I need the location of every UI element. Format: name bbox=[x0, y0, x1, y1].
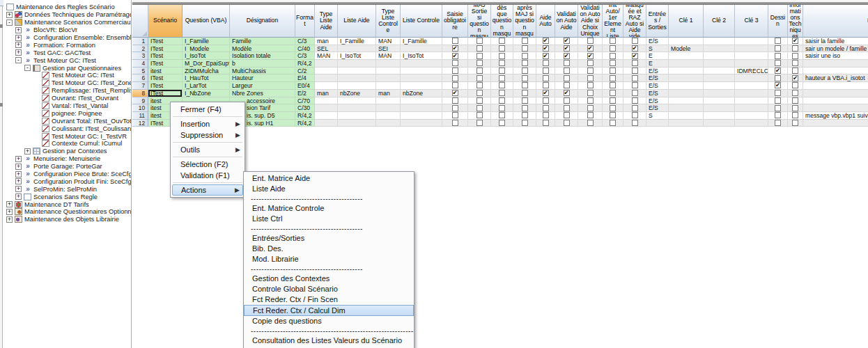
cell-init-auto-1er-element-liste[interactable] bbox=[603, 74, 623, 82]
cell-entrees-sorties[interactable]: S bbox=[646, 112, 669, 120]
cell-format[interactable]: C/30 bbox=[295, 104, 315, 112]
checkbox-dessin[interactable] bbox=[775, 68, 781, 74]
cell-liste-controle[interactable]: I_IsoTot bbox=[401, 52, 442, 60]
tree-item[interactable]: +Gestion par Contextes bbox=[3, 148, 131, 155]
cell-question-vba[interactable]: I_NbZone bbox=[183, 90, 230, 97]
checkbox-validation-auto-aide[interactable] bbox=[564, 105, 570, 111]
cell-format[interactable]: C/3 bbox=[295, 52, 315, 60]
cell-saisie-obligatoire[interactable] bbox=[442, 104, 468, 112]
row-number-cell[interactable]: 4 bbox=[132, 60, 148, 68]
cell-validation-auto-aide-si-choix-unique[interactable] bbox=[578, 68, 603, 75]
cell-cle-2[interactable] bbox=[704, 120, 735, 127]
menu-item[interactable]: Ent. Matrice Aide bbox=[245, 173, 412, 184]
checkbox-init-auto-1er-element-liste[interactable] bbox=[610, 120, 616, 126]
checkbox-ctr-maj-sortie-si-question-masquee[interactable] bbox=[476, 45, 483, 52]
cell-type-liste-aide[interactable] bbox=[315, 68, 338, 75]
cell-type-liste-controle[interactable] bbox=[376, 104, 401, 112]
cell-cle-3[interactable] bbox=[735, 90, 768, 97]
cell-cle-1[interactable] bbox=[669, 68, 704, 75]
cell-ctr-maj-sortie-si-question-masquee[interactable] bbox=[468, 104, 491, 112]
menu-item[interactable]: Fermer (F4) bbox=[172, 104, 243, 115]
cell-cle-3[interactable] bbox=[735, 120, 768, 127]
cell-designation[interactable]: Modèle bbox=[230, 45, 295, 53]
cell-type-liste-controle[interactable] bbox=[376, 120, 401, 127]
cell-masquee-et-raz-auto-si-aide-vide[interactable] bbox=[623, 60, 646, 68]
cell-cle-3[interactable] bbox=[735, 112, 768, 120]
cell-entrees-sorties[interactable]: E/S bbox=[646, 104, 669, 112]
cell-message[interactable] bbox=[803, 90, 868, 97]
cell-raz-apres-maj-si-question-masquee[interactable] bbox=[513, 52, 536, 60]
cell-question-vba[interactable]: I_Modele bbox=[183, 45, 230, 53]
cell-question-vba[interactable]: I_Famille bbox=[183, 38, 230, 45]
cell-type-liste-aide[interactable]: man bbox=[315, 90, 338, 97]
cell-type-liste-controle[interactable] bbox=[376, 68, 401, 75]
cell-init-auto-1er-element-liste[interactable] bbox=[603, 45, 623, 53]
checkbox-raz-apres-maj-si-question-masquee[interactable] bbox=[522, 45, 528, 52]
col-header-liste-controle[interactable]: Liste Controle bbox=[401, 5, 442, 38]
checkbox-validation-auto-aide-si-choix-unique[interactable] bbox=[587, 112, 594, 118]
cell-ctr-maj-sortie-si-question-masquee[interactable] bbox=[468, 45, 491, 53]
cell-scenario[interactable]: ITest bbox=[148, 52, 183, 60]
cell-entrees-sorties[interactable]: E/S bbox=[646, 74, 669, 82]
cell-raz-apres-maj-si-question-masquee[interactable] bbox=[513, 97, 536, 105]
checkbox-saisie-obligatoire[interactable] bbox=[452, 112, 458, 118]
checkbox-init-auto-1er-element-liste[interactable] bbox=[610, 68, 616, 74]
checkbox-init-auto-1er-element-liste[interactable] bbox=[610, 75, 616, 81]
cell-raz-apres-maj-si-question-masquee[interactable] bbox=[513, 104, 536, 112]
checkbox-informations-techniques[interactable] bbox=[792, 97, 798, 104]
checkbox-saisie-obligatoire[interactable] bbox=[452, 97, 458, 104]
cell-validation-auto-aide[interactable] bbox=[555, 90, 578, 97]
checkbox-dessin[interactable] bbox=[775, 90, 781, 96]
cell-cle-3[interactable] bbox=[735, 60, 768, 68]
cell-init-auto-1er-element-liste[interactable] bbox=[603, 60, 623, 68]
cell-saisie-obligatoire[interactable] bbox=[442, 45, 468, 53]
tree-item[interactable]: +Scenarios Sans Regle bbox=[3, 193, 131, 200]
cell-scenario[interactable]: itest bbox=[148, 68, 183, 75]
expand-toggle[interactable]: + bbox=[24, 148, 31, 155]
cell-liste-aide[interactable] bbox=[338, 60, 376, 68]
cell-message[interactable]: saisir la famille bbox=[803, 38, 868, 45]
cell-liste-controle[interactable] bbox=[401, 120, 442, 127]
cell-type-liste-aide[interactable]: MAN bbox=[315, 52, 338, 60]
checkbox-saisie-obligatoire[interactable] bbox=[452, 53, 458, 59]
cell-validation-auto-aide-si-choix-unique[interactable] bbox=[578, 97, 603, 105]
cell-raz-des-que-question-masquee[interactable] bbox=[491, 82, 513, 90]
col-header-raz-apres-maj-si-question-masquee[interactable]: RAZ après MAJ si question masquée bbox=[513, 5, 536, 38]
tree-item[interactable]: Maintenance des Regles Scénario bbox=[3, 3, 131, 11]
row-number-cell[interactable]: 1 bbox=[132, 38, 148, 45]
cell-cle-3[interactable] bbox=[735, 74, 768, 82]
cell-type-liste-aide[interactable]: man bbox=[315, 38, 338, 45]
row-number-cell[interactable]: 9 bbox=[132, 97, 148, 105]
cell-cle-1[interactable] bbox=[669, 104, 704, 112]
menu-item[interactable]: Ent. Matrice Controle bbox=[245, 203, 412, 214]
checkbox-masquee-et-raz-auto-si-aide-vide[interactable] bbox=[632, 75, 638, 81]
cell-cle-3[interactable] bbox=[735, 104, 768, 112]
checkbox-informations-techniques[interactable] bbox=[792, 82, 798, 88]
cell-validation-auto-aide[interactable] bbox=[555, 60, 578, 68]
checkbox-dessin[interactable] bbox=[775, 45, 781, 52]
checkbox-validation-auto-aide-si-choix-unique[interactable] bbox=[587, 105, 594, 111]
cell-cle-2[interactable] bbox=[704, 52, 735, 60]
checkbox-informations-techniques[interactable] bbox=[792, 105, 798, 111]
tree-item[interactable]: Test Moteur GC: I_TestVR bbox=[3, 132, 131, 140]
cell-entrees-sorties[interactable]: E/S bbox=[646, 90, 669, 97]
checkbox-dessin[interactable] bbox=[775, 112, 781, 118]
checkbox-raz-apres-maj-si-question-masquee[interactable] bbox=[522, 97, 528, 104]
cell-aide-auto[interactable] bbox=[536, 60, 555, 68]
checkbox-init-auto-1er-element-liste[interactable] bbox=[610, 90, 616, 96]
cell-type-liste-controle[interactable]: man bbox=[376, 90, 401, 97]
cell-masquee-et-raz-auto-si-aide-vide[interactable] bbox=[623, 97, 646, 105]
cell-type-liste-aide[interactable] bbox=[315, 60, 338, 68]
cell-validation-auto-aide[interactable] bbox=[555, 97, 578, 105]
cell-cle-1[interactable] bbox=[669, 97, 704, 105]
cell-type-liste-controle[interactable] bbox=[376, 74, 401, 82]
checkbox-raz-apres-maj-si-question-masquee[interactable] bbox=[522, 75, 528, 81]
cell-aide-auto[interactable] bbox=[536, 74, 555, 82]
expand-toggle[interactable]: + bbox=[15, 186, 22, 192]
cell-validation-auto-aide-si-choix-unique[interactable] bbox=[578, 74, 603, 82]
cell-masquee-et-raz-auto-si-aide-vide[interactable] bbox=[623, 120, 646, 127]
checkbox-aide-auto[interactable] bbox=[543, 82, 549, 88]
checkbox-validation-auto-aide-si-choix-unique[interactable] bbox=[587, 53, 594, 59]
checkbox-raz-apres-maj-si-question-masquee[interactable] bbox=[522, 60, 528, 66]
cell-saisie-obligatoire[interactable] bbox=[442, 97, 468, 105]
